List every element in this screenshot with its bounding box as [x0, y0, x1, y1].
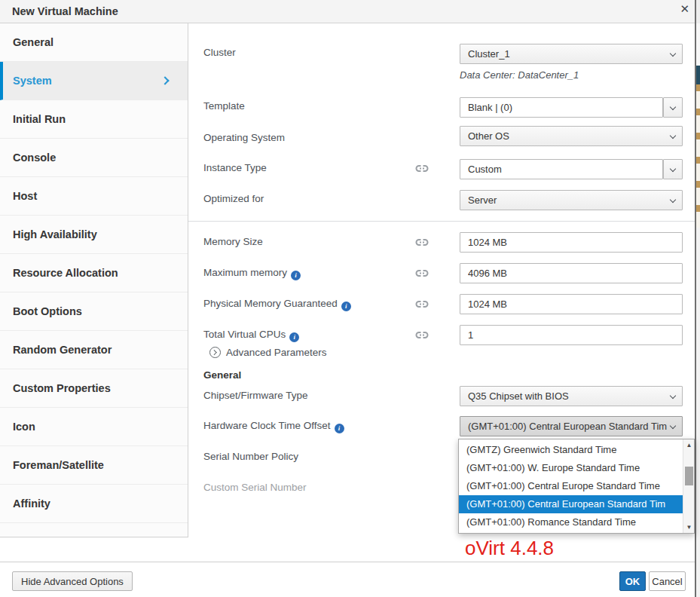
- dialog-titlebar: New Virtual Machine: [0, 0, 695, 23]
- hide-advanced-options-button[interactable]: Hide Advanced Options: [12, 571, 133, 591]
- unlink-chain-icon: [415, 331, 429, 339]
- operating-system-select[interactable]: Other OS: [460, 126, 683, 146]
- general-section-heading: General: [203, 369, 241, 381]
- memory-size-input[interactable]: [460, 232, 683, 253]
- chevron-down-icon: [670, 166, 676, 172]
- timezone-option[interactable]: (GMT+01:00) Central Europe Standard Time: [459, 477, 683, 495]
- sidebar-item-general[interactable]: General: [0, 23, 188, 62]
- template-combobox: [460, 97, 683, 118]
- sidebar-item-foreman-satellite[interactable]: Foreman/Satellite: [0, 446, 188, 485]
- sidebar-item-console[interactable]: Console: [0, 139, 188, 177]
- chevron-down-icon: [670, 51, 676, 57]
- timezone-dropdown-panel: (GMTZ) Greenwich Standard Time (GMT+01:0…: [458, 439, 695, 534]
- ok-button[interactable]: OK: [619, 571, 646, 591]
- unlink-chain-icon: [415, 238, 429, 246]
- timezone-option[interactable]: (GMT+01:00) Romance Standard Time: [459, 513, 683, 531]
- dialog-sidebar: General System Initial Run Console Host …: [0, 23, 188, 537]
- timezone-option-selected[interactable]: (GMT+01:00) Central European Standard Ti…: [459, 495, 683, 513]
- chevron-down-icon: [670, 393, 676, 399]
- instance-type-combobox: [460, 159, 683, 179]
- sidebar-item-random-generator[interactable]: Random Generator: [0, 331, 188, 369]
- instance-type-input[interactable]: [460, 159, 663, 179]
- expand-chevron-icon: [209, 347, 221, 358]
- new-vm-dialog: New Virtual Machine ✕ General System Ini…: [0, 0, 700, 597]
- sidebar-item-icon[interactable]: Icon: [0, 408, 188, 446]
- total-vcpus-label: Total Virtual CPUsi: [203, 329, 299, 342]
- physical-memory-input[interactable]: [460, 294, 683, 314]
- chevron-down-icon: [670, 197, 676, 203]
- sidebar-item-initial-run[interactable]: Initial Run: [0, 100, 188, 139]
- sidebar-item-system[interactable]: System: [0, 62, 188, 100]
- info-icon[interactable]: i: [289, 332, 299, 342]
- unlink-chain-icon: [415, 300, 429, 308]
- ovirt-version-label: oVirt 4.4.8: [465, 537, 554, 560]
- dialog-title: New Virtual Machine: [0, 5, 118, 17]
- advanced-parameters-toggle[interactable]: Advanced Parameters: [209, 347, 327, 358]
- maximum-memory-label: Maximum memoryi: [203, 267, 301, 280]
- memory-size-label: Memory Size: [203, 236, 263, 247]
- chevron-down-icon: [670, 423, 676, 429]
- serial-policy-label: Serial Number Policy: [203, 451, 298, 462]
- cluster-select[interactable]: Cluster_1: [460, 44, 683, 64]
- sidebar-item-affinity[interactable]: Affinity: [0, 485, 188, 523]
- scroll-up-icon[interactable]: ▲: [683, 440, 695, 450]
- section-divider: [188, 221, 695, 222]
- template-input[interactable]: [460, 97, 663, 118]
- unlink-chain-icon: [415, 164, 429, 173]
- cancel-button[interactable]: Cancel: [649, 571, 686, 591]
- instance-type-dropdown-button[interactable]: [663, 159, 683, 179]
- sidebar-item-host[interactable]: Host: [0, 177, 188, 216]
- hw-clock-select[interactable]: (GMT+01:00) Central European Standard Ti…: [460, 416, 683, 436]
- unlink-chain-icon: [415, 269, 429, 277]
- background-bleed: [695, 0, 700, 597]
- instance-type-label: Instance Type: [203, 162, 267, 173]
- physical-memory-label: Physical Memory Guaranteedi: [203, 298, 351, 311]
- timezone-options: (GMTZ) Greenwich Standard Time (GMT+01:0…: [459, 441, 683, 531]
- datacenter-note: Data Center: DataCenter_1: [460, 69, 579, 81]
- scrollbar-thumb[interactable]: [685, 467, 693, 485]
- dropdown-scrollbar[interactable]: ▲ ▼: [683, 439, 694, 533]
- sidebar-item-custom-properties[interactable]: Custom Properties: [0, 369, 188, 408]
- cluster-label: Cluster: [203, 47, 236, 58]
- sidebar-item-boot-options[interactable]: Boot Options: [0, 292, 188, 331]
- timezone-option[interactable]: (GMTZ) Greenwich Standard Time: [459, 441, 683, 459]
- operating-system-label: Operating System: [203, 132, 285, 143]
- chevron-down-icon: [670, 133, 676, 139]
- sidebar-item-high-availability[interactable]: High Availability: [0, 216, 188, 254]
- info-icon[interactable]: i: [335, 424, 344, 433]
- timezone-option[interactable]: (GMT+01:00) W. Europe Standard Time: [459, 459, 683, 477]
- footer-divider: [0, 562, 700, 562]
- chipset-label: Chipset/Firmware Type: [203, 390, 308, 401]
- scroll-down-icon[interactable]: ▼: [683, 522, 695, 532]
- maximum-memory-input[interactable]: [460, 263, 683, 283]
- close-icon[interactable]: ✕: [680, 2, 689, 16]
- optimized-for-label: Optimized for: [203, 193, 264, 204]
- optimized-for-select[interactable]: Server: [460, 190, 683, 210]
- info-icon[interactable]: i: [341, 302, 351, 311]
- chevron-right-icon: [160, 76, 169, 84]
- hw-clock-label: Hardware Clock Time Offseti: [203, 420, 344, 433]
- sidebar-item-resource-allocation[interactable]: Resource Allocation: [0, 254, 188, 292]
- chevron-down-icon: [670, 104, 676, 110]
- custom-serial-label: Custom Serial Number: [203, 482, 307, 493]
- total-vcpus-input[interactable]: [460, 325, 683, 345]
- template-label: Template: [203, 100, 245, 112]
- chipset-select[interactable]: Q35 Chipset with BIOS: [460, 386, 683, 406]
- info-icon[interactable]: i: [291, 271, 301, 280]
- template-dropdown-button[interactable]: [663, 97, 683, 118]
